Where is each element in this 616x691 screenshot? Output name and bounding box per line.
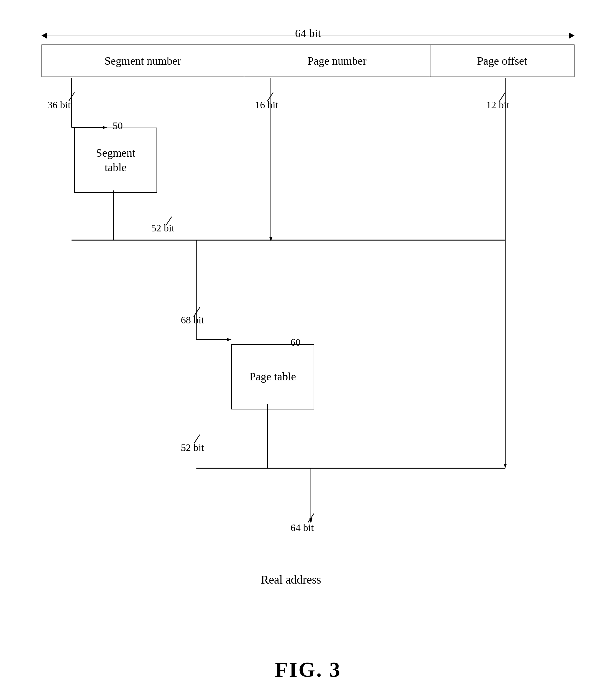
- arrow-left-head: [42, 33, 47, 39]
- page-table-ref: 60: [290, 337, 301, 348]
- arrow-right-head: [569, 33, 574, 39]
- svg-marker-13: [504, 464, 507, 468]
- segment-table-ref: 50: [113, 120, 123, 131]
- bit-52b-label: 52 bit: [181, 442, 204, 453]
- bit-label-64: 64 bit: [295, 27, 321, 40]
- figure-label: FIG. 3: [275, 657, 341, 682]
- segment-table-box: Segmenttable: [74, 128, 157, 193]
- bit-16-label: 16 bit: [255, 99, 278, 111]
- segment-number-cell: Segment number: [42, 45, 244, 77]
- segment-table-label: Segmenttable: [96, 146, 135, 175]
- diagram-svg: [24, 18, 592, 661]
- top-arrow-line: [42, 36, 574, 36]
- svg-marker-18: [227, 338, 232, 341]
- page-number-cell: Page number: [244, 45, 431, 77]
- page-table-box: Page table: [231, 344, 314, 410]
- page-offset-cell: Page offset: [431, 45, 574, 77]
- real-address-label: Real address: [261, 573, 321, 587]
- bit-52a-label: 52 bit: [151, 223, 174, 234]
- page-table-label: Page table: [249, 370, 296, 384]
- bit-64-label: 64 bit: [290, 522, 314, 533]
- svg-line-6: [308, 514, 314, 522]
- bit-36-label: 36 bit: [47, 99, 70, 111]
- address-box: Segment number Page number Page offset: [42, 44, 574, 77]
- bit-12-label: 12 bit: [486, 99, 509, 111]
- bit-68-label: 68 bit: [181, 314, 204, 326]
- svg-marker-11: [269, 237, 272, 242]
